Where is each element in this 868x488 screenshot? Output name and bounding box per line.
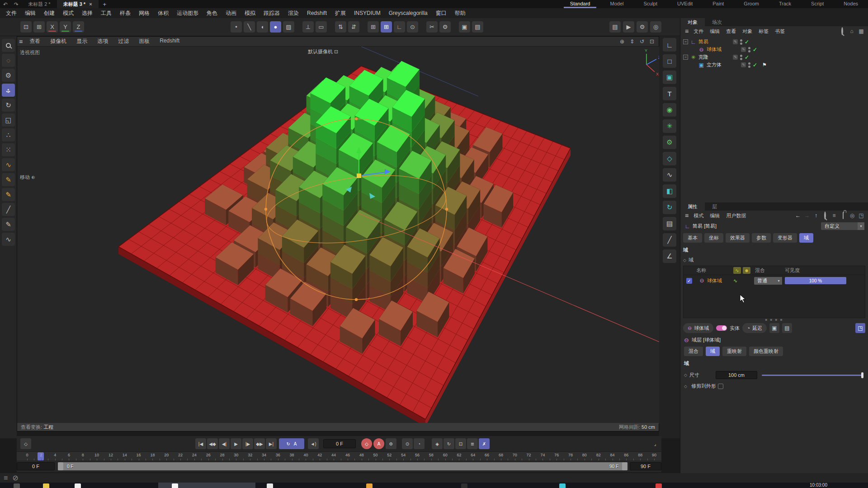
enabled-check-icon[interactable]: ✓ [745, 54, 749, 61]
menu-运动图形[interactable]: 运动图形 [173, 8, 203, 19]
visibility-dots[interactable] [748, 47, 750, 52]
field-tab-混合[interactable]: 混合 [684, 347, 703, 356]
line-pen-icon[interactable]: ✎ [2, 218, 15, 231]
move-tool-icon[interactable] [2, 84, 15, 97]
menu-选择[interactable]: 选择 [78, 8, 97, 19]
size-input[interactable]: 100 cm [716, 371, 757, 379]
om-menu-编辑[interactable]: 编辑 [707, 27, 723, 36]
menu-动画[interactable]: 动画 [222, 8, 241, 19]
viewport-menu-显示[interactable]: 显示 [71, 37, 92, 46]
loop-autokey-group[interactable]: ↻A [279, 438, 304, 449]
play-button[interactable]: ▶ [231, 438, 241, 449]
new-document-tab-button[interactable]: + [99, 1, 111, 8]
keyframe-button[interactable]: ◇ [20, 438, 31, 449]
effector-gear-icon[interactable]: ⚙ [663, 136, 676, 149]
taskbar-app-4[interactable] [267, 483, 273, 488]
section-tab-参数[interactable]: 参数 [752, 233, 771, 243]
rotate-view-icon[interactable]: ↺ [638, 38, 646, 45]
field-tab-域[interactable]: 域 [706, 347, 720, 356]
solo-mode-icon[interactable]: ▤ [472, 21, 483, 33]
object-label[interactable]: 克隆 [698, 54, 726, 61]
os-taskbar[interactable]: 10:03:00 [0, 483, 868, 488]
points-mode-icon[interactable]: • [231, 21, 242, 33]
layout-tab-script[interactable]: Script [801, 0, 834, 8]
visibility-bar[interactable]: 100 % [785, 277, 846, 284]
menu-INSYDIUM[interactable]: INSYDIUM [350, 9, 385, 18]
record-pla-icon[interactable]: ✗ [479, 438, 490, 449]
render-settings-icon[interactable]: ⚙ [637, 21, 648, 33]
search-icon[interactable] [821, 212, 829, 219]
viewport-canvas[interactable]: YZX 透视视图 默认摄像机 ⊡ 移动 ⊕ [17, 47, 660, 424]
polygons-mode-icon[interactable]: ◖ [257, 21, 268, 33]
loop-mode-icon[interactable]: ↻ [286, 441, 290, 446]
viewport-menu-过滤[interactable]: 过滤 [113, 37, 134, 46]
field-enabled-checkbox[interactable]: ✓ [686, 278, 692, 284]
coord-move-icon[interactable]: ⇅ [335, 21, 346, 33]
rotation-tool-icon[interactable]: ↻ [663, 201, 676, 214]
search-icon[interactable] [838, 28, 846, 34]
axis-lock-x[interactable]: X [47, 21, 58, 33]
taskbar-app-3[interactable] [75, 483, 81, 488]
symmetry-icon[interactable]: ◧ [663, 184, 676, 198]
om-menu-文件[interactable]: 文件 [690, 27, 707, 36]
autokey-button[interactable]: A [373, 438, 384, 449]
om-menu-查看[interactable]: 查看 [723, 27, 739, 36]
menu-渲染[interactable]: 渲染 [284, 8, 303, 19]
attr-menu-编辑[interactable]: 编辑 [707, 211, 723, 220]
prev-frame-button[interactable]: ◀| [219, 438, 230, 449]
mograph-cloner-icon[interactable]: ✳ [663, 119, 676, 133]
enabled-check-icon[interactable]: ✓ [745, 39, 749, 45]
field-object-icon[interactable]: ◉ [663, 103, 676, 117]
clamp-checkbox[interactable] [718, 384, 723, 389]
close-tab-icon[interactable]: × [89, 1, 92, 7]
viewport-menu-查看[interactable]: 查看 [24, 37, 45, 46]
enabled-check-icon[interactable]: ✓ [753, 47, 757, 53]
taskbar-app-active[interactable] [172, 483, 178, 488]
viewport-menu-摄像机[interactable]: 摄像机 [45, 37, 71, 46]
menu-网格[interactable]: 网格 [135, 8, 154, 19]
status-menu-icon[interactable]: ≡ [4, 474, 8, 482]
field-list-row[interactable]: ✓ ⊖ 球体域 ∿ 普通 ▾ 100 % [684, 275, 865, 286]
solo-icon[interactable]: ▣ [459, 21, 470, 33]
filter-icon[interactable]: ≡ [830, 212, 838, 219]
fields-list[interactable]: 名称 ∿☻ 混合 可见度 ✓ ⊖ 球体域 ∿ 普通 ▾ 100 % [683, 266, 865, 318]
object-manager-menu-icon[interactable]: ≡ [683, 28, 690, 35]
forward-icon[interactable]: → [803, 212, 811, 219]
object-label[interactable]: 球体域 [707, 46, 735, 53]
modeling-axis-icon[interactable]: ✂ [426, 21, 438, 33]
menu-样条[interactable]: 样条 [116, 8, 135, 19]
field-tab-重映射[interactable]: 重映射 [722, 347, 746, 356]
layout-tab-track[interactable]: Track [769, 0, 801, 8]
solid-toggle[interactable] [716, 325, 727, 331]
falloff-curve-icon[interactable]: ∿ [733, 267, 741, 274]
record-keyframe-button[interactable]: ◇ [361, 438, 372, 449]
global-local-icon[interactable]: ⇵ [348, 21, 359, 33]
camera-label[interactable]: 默认摄像机 ⊡ [308, 48, 338, 55]
rotate-tool-icon[interactable]: ↻ [2, 99, 15, 112]
layer-edit-icon[interactable]: ✎ [741, 62, 746, 67]
tab-对象[interactable]: 对象 [680, 18, 705, 26]
renderer-icon[interactable]: ◎ [650, 21, 661, 33]
edges-mode-icon[interactable]: ╲ [244, 21, 255, 33]
viewport-menu-选项[interactable]: 选项 [92, 37, 113, 46]
menu-角色[interactable]: 角色 [203, 8, 222, 19]
undo-icon[interactable]: ↶ [0, 1, 11, 8]
menu-体积[interactable]: 体积 [154, 8, 173, 19]
layout-tab-model[interactable]: Model [600, 0, 633, 8]
render-visibility-dot[interactable] [740, 42, 742, 45]
delay-pill[interactable]: ◔ 延迟 [742, 323, 767, 333]
layout-tab-nodes[interactable]: Nodes [834, 0, 868, 8]
autokey-range-icon[interactable]: A [294, 441, 297, 446]
visibility-dots[interactable] [748, 62, 750, 68]
viewport-menu-Redshift[interactable]: Redshift [155, 37, 184, 46]
new-window-icon[interactable]: ◳ [857, 212, 865, 219]
coord-system-icon[interactable]: ⊞ [33, 21, 45, 33]
phong-tag-icon[interactable]: ⚑ [762, 62, 767, 68]
layer-edit-icon[interactable]: ✎ [741, 47, 746, 52]
workplane-mode-icon[interactable]: ∟ [394, 21, 405, 33]
object-label[interactable]: 立方体 [707, 61, 735, 68]
attr-menu-模式[interactable]: 模式 [690, 211, 707, 220]
redo-icon[interactable]: ↷ [11, 1, 22, 8]
taskbar-app-8[interactable] [656, 483, 662, 488]
viewport-menu-面板[interactable]: 面板 [134, 37, 155, 46]
